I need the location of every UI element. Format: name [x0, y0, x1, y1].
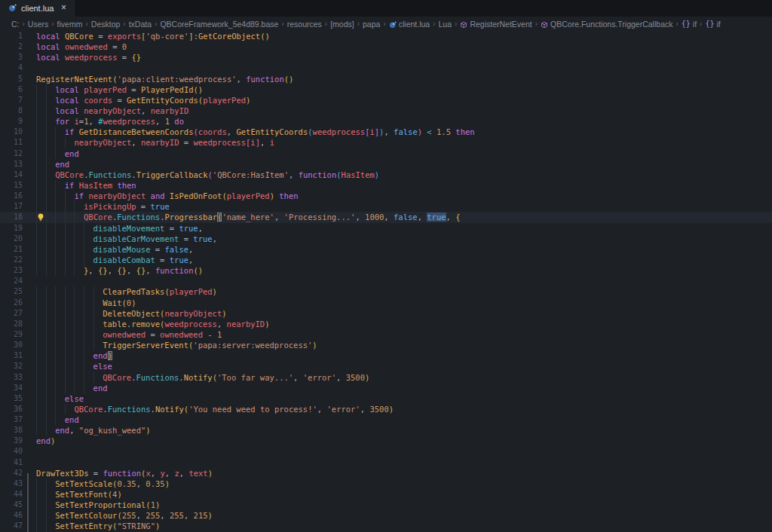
- code-line[interactable]: 22disableCombat = true,: [0, 255, 772, 265]
- code-line-content[interactable]: end): [36, 436, 55, 446]
- code-line[interactable]: 6local playerPed = PlayerPedId(): [0, 84, 772, 95]
- line-number[interactable]: 13: [0, 159, 23, 170]
- breadcrumb-item[interactable]: {}if: [682, 20, 697, 29]
- line-number[interactable]: 35: [0, 393, 23, 404]
- line-number[interactable]: 41: [0, 457, 23, 468]
- code-line[interactable]: 47SetTextEntry("STRING"): [0, 521, 772, 531]
- breadcrumb-item[interactable]: RegisterNetEvent: [460, 19, 532, 28]
- code-line-content[interactable]: QBCore.Functions.Notify('You need weed t…: [36, 404, 394, 414]
- breadcrumb-item[interactable]: client.lua: [389, 19, 430, 28]
- code-line-content[interactable]: disableMouse = false,: [36, 244, 193, 255]
- code-line-content[interactable]: if GetDistanceBetweenCoords(coords, GetE…: [36, 127, 475, 137]
- code-line[interactable]: 12end: [0, 148, 772, 159]
- code-line[interactable]: 46SetTextColour(255, 255, 255, 215): [0, 510, 772, 521]
- code-line-content[interactable]: if HasItem then: [36, 180, 136, 191]
- code-line[interactable]: 4: [0, 63, 772, 73]
- code-line-content[interactable]: QBCore.Functions.Notify('Too far way...'…: [36, 372, 369, 383]
- line-number[interactable]: 43: [0, 478, 23, 489]
- line-number[interactable]: 17: [0, 201, 23, 212]
- code-line-content[interactable]: }, {}, {}, {}, function(): [36, 265, 203, 276]
- code-line[interactable]: 31end): [0, 350, 772, 361]
- code-line[interactable]: 34end: [0, 383, 772, 393]
- code-line[interactable]: 10if GetDistanceBetweenCoords(coords, Ge…: [0, 127, 772, 137]
- line-number[interactable]: 4: [0, 63, 23, 73]
- code-line[interactable]: 19disableMovement = true,: [0, 223, 772, 234]
- code-line-content[interactable]: QBCore.Functions.Progressbar('name_here'…: [36, 212, 461, 222]
- code-line[interactable]: 28table.remove(weedprocess, nearbyID): [0, 319, 772, 329]
- code-line-content[interactable]: isPickingUp = true: [36, 201, 170, 212]
- code-line[interactable]: 45SetTextProportional(1): [0, 500, 772, 510]
- line-number[interactable]: 11: [0, 137, 23, 148]
- code-line-content[interactable]: nearbyObject, nearbyID = weedprocess[i],…: [36, 137, 274, 148]
- code-line[interactable]: 40: [0, 446, 772, 457]
- code-line[interactable]: 26Wait(0): [0, 298, 772, 308]
- code-line-content[interactable]: RegisterNetEvent('papa:client:weedproces…: [36, 74, 293, 84]
- code-line[interactable]: 23}, {}, {}, {}, function(): [0, 265, 772, 276]
- code-line-content[interactable]: DrawText3Ds = function(x, y, z, text): [36, 468, 213, 478]
- line-number[interactable]: 32: [0, 361, 23, 371]
- code-line[interactable]: 14QBCore.Functions.TriggerCallback('QBCo…: [0, 170, 772, 180]
- code-line-content[interactable]: disableCombat = true,: [36, 255, 193, 265]
- breadcrumb-item[interactable]: Users: [28, 20, 48, 29]
- line-number[interactable]: 6: [0, 84, 23, 95]
- code-line-content[interactable]: table.remove(weedprocess, nearbyID): [36, 319, 270, 329]
- code-line-content[interactable]: disableMovement = true,: [36, 223, 203, 234]
- code-line-content[interactable]: SetTextProportional(1): [36, 500, 160, 510]
- code-line-content[interactable]: DeleteObject(nearbyObject): [36, 308, 227, 319]
- line-number[interactable]: 39: [0, 436, 23, 446]
- code-line-content[interactable]: local playerPed = PlayerPedId(): [36, 84, 203, 95]
- code-line[interactable]: 8local nearbyObject, nearbyID: [0, 105, 772, 116]
- code-line-content[interactable]: ClearPedTasks(playerPed): [36, 286, 217, 297]
- line-number[interactable]: 47: [0, 521, 23, 531]
- code-line-content[interactable]: local coords = GetEntityCoords(playerPed…: [36, 95, 250, 105]
- code-line[interactable]: 21disableMouse = false,: [0, 244, 772, 255]
- breadcrumb-item[interactable]: [mods]: [330, 20, 354, 29]
- code-line[interactable]: 30TriggerServerEvent('papa:server:weedpr…: [0, 340, 772, 350]
- code-line[interactable]: 5RegisterNetEvent('papa:client:weedproce…: [0, 74, 772, 84]
- line-number[interactable]: 10: [0, 127, 23, 137]
- code-line[interactable]: 29ownedweed = ownedweed - 1: [0, 329, 772, 340]
- line-number[interactable]: 28: [0, 319, 23, 329]
- line-number[interactable]: 20: [0, 234, 23, 244]
- code-line[interactable]: 7local coords = GetEntityCoords(playerPe…: [0, 95, 772, 105]
- code-line[interactable]: 13end: [0, 159, 772, 170]
- line-number[interactable]: 8: [0, 105, 23, 116]
- code-line-content[interactable]: SetTextFont(4): [36, 489, 122, 500]
- code-line-content[interactable]: end: [36, 148, 79, 159]
- code-line-content[interactable]: local QBCore = exports['qb-core']:GetCor…: [36, 31, 270, 41]
- breadcrumb-item[interactable]: Desktop: [91, 20, 121, 29]
- line-number[interactable]: 25: [0, 286, 23, 297]
- line-number[interactable]: 44: [0, 489, 23, 500]
- code-line-content[interactable]: local ownedweed = 0: [36, 41, 127, 52]
- code-line[interactable]: 16if nearbyObject and IsPedOnFoot(player…: [0, 191, 772, 201]
- line-number[interactable]: 2: [0, 41, 23, 52]
- code-line-content[interactable]: end: [36, 414, 79, 425]
- code-line[interactable]: 27DeleteObject(nearbyObject): [0, 308, 772, 319]
- breadcrumb-item[interactable]: txData: [129, 20, 152, 29]
- code-line-content[interactable]: SetTextColour(255, 255, 255, 215): [36, 510, 213, 521]
- line-number[interactable]: 37: [0, 414, 23, 425]
- code-line[interactable]: 39end): [0, 436, 772, 446]
- line-number[interactable]: 15: [0, 180, 23, 191]
- code-line-content[interactable]: end: [36, 159, 69, 170]
- code-line[interactable]: 33QBCore.Functions.Notify('Too far way..…: [0, 372, 772, 383]
- line-number[interactable]: 33: [0, 372, 23, 383]
- code-line-content[interactable]: disableCarMovement = true,: [36, 234, 217, 244]
- line-number[interactable]: 12: [0, 148, 23, 159]
- code-line[interactable]: 15if HasItem then: [0, 180, 772, 191]
- line-number[interactable]: 14: [0, 170, 23, 180]
- line-number[interactable]: 5: [0, 74, 23, 84]
- code-line-content[interactable]: end, "og_kush_weed"): [36, 425, 151, 436]
- code-line[interactable]: 3local weedprocess = {}: [0, 52, 772, 63]
- code-line-content[interactable]: else: [36, 361, 112, 371]
- line-number[interactable]: 27: [0, 308, 23, 319]
- code-line[interactable]: 36QBCore.Functions.Notify('You need weed…: [0, 404, 772, 414]
- code-line[interactable]: 2local ownedweed = 0: [0, 41, 772, 52]
- line-number[interactable]: 19: [0, 223, 23, 234]
- code-line-content[interactable]: local weedprocess = {}: [36, 52, 141, 63]
- code-line-content[interactable]: SetTextScale(0.35, 0.35): [36, 478, 170, 489]
- breadcrumb-item[interactable]: Lua: [439, 20, 452, 29]
- line-number[interactable]: 30: [0, 340, 23, 350]
- breadcrumb-item[interactable]: QBCore.Functions.TriggerCallback: [541, 19, 672, 28]
- code-line-content[interactable]: ownedweed = ownedweed - 1: [36, 329, 222, 340]
